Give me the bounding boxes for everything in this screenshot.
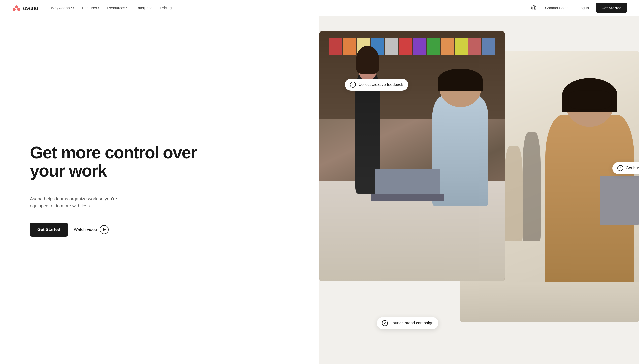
chevron-down-icon: ▾ [98,6,99,9]
nav-right: Contact Sales Log In Get Started [529,3,627,13]
hero-title: Get more control over your work [30,143,300,180]
nav-pricing[interactable]: Pricing [157,4,175,12]
language-selector-button[interactable] [529,4,538,12]
svg-point-2 [17,8,20,11]
hero-section: Get more control over your work Asana he… [0,0,639,364]
check-icon-1: ✓ [350,82,356,88]
play-icon [100,225,109,234]
globe-icon [531,5,536,11]
hero-left: Get more control over your work Asana he… [0,16,319,364]
svg-point-0 [15,6,18,8]
nav-why-asana[interactable]: Why Asana? ▾ [48,4,77,12]
chevron-down-icon: ▾ [73,6,74,9]
hero-get-started-button[interactable]: Get Started [30,223,68,236]
hero-right: ✓ Collect creative feedback ✓ Get budget… [319,16,639,364]
navigation: asana Why Asana? ▾ Features ▾ Resources … [0,0,639,16]
check-icon-3: ✓ [382,320,388,326]
task-chip-budget: ✓ Get budget sign-off [612,162,639,174]
chevron-down-icon: ▾ [126,6,127,9]
check-icon-2: ✓ [617,165,623,171]
svg-point-1 [13,8,16,11]
hero-actions: Get Started Watch video [30,223,300,236]
logo-link[interactable]: asana [12,4,38,12]
login-button[interactable]: Log In [575,4,592,12]
contact-sales-button[interactable]: Contact Sales [542,4,571,12]
hero-divider [30,188,45,188]
books-row [329,38,496,55]
task-label-1: Collect creative feedback [358,82,403,87]
task-chip-campaign: ✓ Launch brand campaign [377,317,438,329]
task-chip-feedback: ✓ Collect creative feedback [345,78,408,90]
asana-logo-icon [12,4,21,12]
logo-text: asana [23,5,38,11]
task-label-3: Launch brand campaign [390,321,433,325]
hero-description: Asana helps teams organize work so you’r… [30,196,130,210]
nav-enterprise[interactable]: Enterprise [132,4,155,12]
watch-video-button[interactable]: Watch video [74,225,109,234]
nav-links: Why Asana? ▾ Features ▾ Resources ▾ Ente… [48,4,529,12]
hero-image-left [319,31,505,282]
nav-features[interactable]: Features ▾ [79,4,102,12]
task-label-2: Get budget sign-off [626,166,639,170]
nav-get-started-button[interactable]: Get Started [596,3,627,13]
nav-resources[interactable]: Resources ▾ [104,4,130,12]
